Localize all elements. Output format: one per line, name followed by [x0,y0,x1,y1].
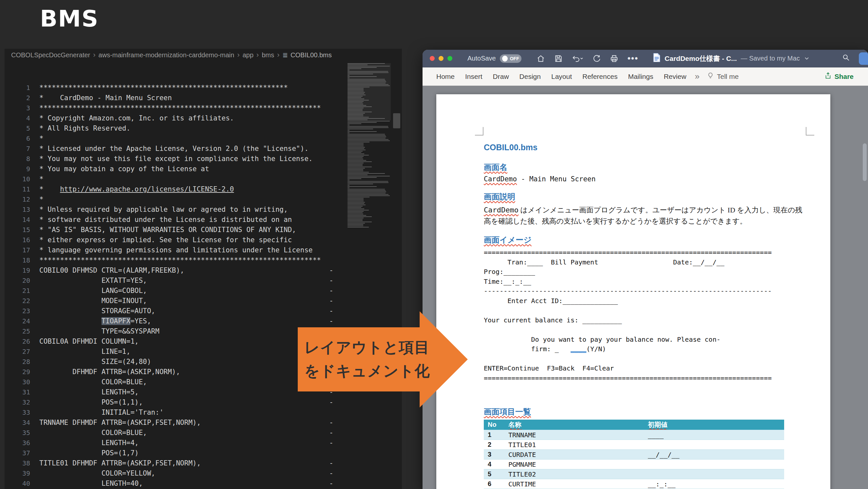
line-number: 12 [10,194,30,204]
callout-line-1: レイアウトと項目 [304,337,458,358]
ribbon-tab-design[interactable]: Design [514,67,546,86]
more-options-icon[interactable]: ••• [627,53,639,64]
table-row: 2TITLE01 [484,440,784,450]
share-button[interactable]: Share [825,72,854,81]
screen-image-line [484,306,805,316]
redo-icon[interactable] [592,54,601,63]
line-number: 32 [10,397,30,408]
document-page[interactable]: COBIL00.bms 画面名 CardDemo - Main Menu Scr… [436,94,830,489]
ribbon-tab-home[interactable]: Home [431,67,460,86]
minimap-viewport [347,63,391,121]
save-icon[interactable] [554,54,563,63]
code-line: 7* Licensed under the Apache License, Ve… [10,144,402,154]
ribbon-tabs: HomeInsertDrawDesignLayoutReferencesMail… [431,67,691,86]
code-line: 8* You may not use this file except in c… [10,154,402,164]
line-number: 4 [10,113,30,123]
breadcrumb-item[interactable]: aws-mainframe-modernization-carddemo-mai… [99,52,235,59]
code-line: 35 COLOR=BLUE, - [10,428,402,438]
account-avatar[interactable] [859,53,868,65]
item-no: 2 [484,440,504,450]
line-number: 16 [10,235,30,245]
line-number: 13 [10,204,30,215]
editor-scrollbar-thumb[interactable] [393,113,400,128]
ribbon-tab-draw[interactable]: Draw [488,67,514,86]
code-area[interactable]: 1***************************************… [5,61,402,489]
tell-me-button[interactable]: Tell me [707,72,739,81]
code-line: 19COBIL00 DFHMSD CTRL=(ALARM,FREEKB), - [10,265,402,275]
line-number: 15 [10,225,30,235]
line-number: 25 [10,326,30,336]
code-editor: COBOLSpecDocGenerater›aws-mainframe-mode… [5,49,402,489]
autosave-toggle-knob [502,56,508,62]
screen-image-line: ENTER=Continue F3=Back F4=Clear [484,364,805,373]
breadcrumb-item[interactable]: app [242,52,253,59]
screen-image-line [484,325,805,335]
code-line: 12* [10,194,402,204]
zoom-window-button[interactable] [447,56,452,61]
code-line: 14* software distributed under the Licen… [10,215,402,225]
ribbon-tab-references[interactable]: References [577,67,623,86]
ribbon-tab-insert[interactable]: Insert [460,67,488,86]
table-row: 4PGMNAME [484,460,784,469]
tell-me-label: Tell me [717,73,739,80]
ribbon-tab-layout[interactable]: Layout [546,67,577,86]
line-number: 24 [10,316,30,326]
items-table-header: 名称 [504,420,644,430]
items-table-header: 初期値 [644,420,784,430]
screen-image-line: firm: _ ____(Y/N) [484,344,805,354]
breadcrumb-file[interactable]: COBIL00.bms [290,52,332,59]
line-number: 11 [10,184,30,194]
document-scrollbar[interactable] [863,88,867,487]
line-number: 21 [10,286,30,296]
undo-icon[interactable] [572,54,583,63]
print-icon[interactable] [610,54,618,63]
code-line: 34TRNNAME DFHMDF ATTRB=(ASKIP,FSET,NORM)… [10,418,402,428]
code-line: 9* You may obtain a copy of the License … [10,164,402,174]
code-line: 1***************************************… [10,83,402,93]
autosave-toggle[interactable]: OFF [500,54,522,63]
table-row: 5TITLE02 [484,469,784,479]
ribbon-tab-review[interactable]: Review [658,67,691,86]
screen-image-line: Do you want to pay your balance now. Ple… [484,335,805,345]
breadcrumb-item[interactable]: bms [262,52,274,59]
line-number: 30 [10,377,30,387]
line-number: 14 [10,215,30,225]
search-icon[interactable] [842,53,850,64]
code-line: 2* CardDemo - Main Menu Screen [10,93,402,103]
minimize-window-button[interactable] [439,56,443,61]
code-line: 13* Unless required by applicable law or… [10,204,402,215]
close-window-button[interactable] [430,56,435,61]
code-line: 37 POS=(1,7) [10,448,402,458]
line-number: 39 [10,468,30,479]
item-no: 3 [484,450,504,460]
line-number: 6 [10,134,30,144]
chevron-right-icon: › [93,51,95,59]
item-no: 5 [484,469,504,479]
item-initial [644,469,784,479]
code-line: 10* [10,174,402,184]
document-scrollbar-thumb[interactable] [863,143,867,181]
document-title-group[interactable]: CardDemo仕様書 - C... — Saved to my Mac [653,53,810,64]
home-icon[interactable] [536,54,545,63]
share-label: Share [835,73,854,80]
document-area: COBIL00.bms 画面名 CardDemo - Main Menu Scr… [423,86,868,489]
code-line: 16* either express or implied. See the L… [10,235,402,245]
code-line: 24 TIOAPFX=YES, - [10,316,402,326]
line-number: 29 [10,367,30,377]
code-line: 20 EXTATT=YES, - [10,275,402,286]
code-line: 33 INITIAL='Tran:' [10,408,402,418]
breadcrumb-item[interactable]: COBOLSpecDocGenerater [11,52,90,59]
minimap[interactable] [347,63,391,247]
code-line: 32 POS=(1,1), - [10,397,402,408]
ribbon: HomeInsertDrawDesignLayoutReferencesMail… [423,67,868,86]
code-line: 40 LENGTH=40, - [10,479,402,489]
section-heading-screen-description: 画面説明 [484,192,515,202]
table-row: 1TRNNAME____ [484,430,784,440]
code-line: 6* [10,134,402,144]
ribbon-tab-mailings[interactable]: Mailings [623,67,658,86]
line-number: 23 [10,306,30,316]
ribbon-overflow-chevron[interactable]: » [695,71,699,82]
line-number: 5 [10,123,30,134]
line-number: 36 [10,438,30,448]
chevron-down-icon[interactable] [804,55,810,62]
